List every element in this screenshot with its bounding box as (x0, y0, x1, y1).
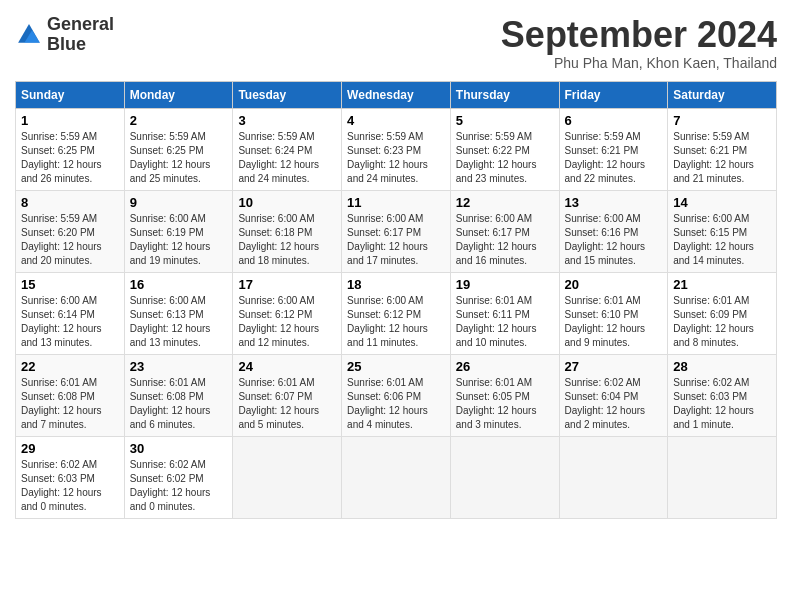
day-number: 25 (347, 359, 445, 374)
day-detail: Sunrise: 5:59 AMSunset: 6:20 PMDaylight:… (21, 212, 119, 268)
day-detail: Sunrise: 6:00 AMSunset: 6:17 PMDaylight:… (456, 212, 554, 268)
calendar-day-cell: 8Sunrise: 5:59 AMSunset: 6:20 PMDaylight… (16, 190, 125, 272)
calendar-day-cell: 21Sunrise: 6:01 AMSunset: 6:09 PMDayligh… (668, 272, 777, 354)
calendar-week-row: 1Sunrise: 5:59 AMSunset: 6:25 PMDaylight… (16, 108, 777, 190)
calendar-day-cell: 25Sunrise: 6:01 AMSunset: 6:06 PMDayligh… (342, 354, 451, 436)
day-detail: Sunrise: 6:01 AMSunset: 6:11 PMDaylight:… (456, 294, 554, 350)
calendar-header-row: SundayMondayTuesdayWednesdayThursdayFrid… (16, 81, 777, 108)
day-detail: Sunrise: 6:01 AMSunset: 6:06 PMDaylight:… (347, 376, 445, 432)
day-number: 11 (347, 195, 445, 210)
calendar-day-cell: 13Sunrise: 6:00 AMSunset: 6:16 PMDayligh… (559, 190, 668, 272)
calendar-day-cell: 4Sunrise: 5:59 AMSunset: 6:23 PMDaylight… (342, 108, 451, 190)
calendar-day-cell: 10Sunrise: 6:00 AMSunset: 6:18 PMDayligh… (233, 190, 342, 272)
calendar-table: SundayMondayTuesdayWednesdayThursdayFrid… (15, 81, 777, 519)
day-number: 6 (565, 113, 663, 128)
calendar-day-cell: 16Sunrise: 6:00 AMSunset: 6:13 PMDayligh… (124, 272, 233, 354)
calendar-day-cell: 12Sunrise: 6:00 AMSunset: 6:17 PMDayligh… (450, 190, 559, 272)
day-detail: Sunrise: 6:01 AMSunset: 6:07 PMDaylight:… (238, 376, 336, 432)
day-of-week-header: Tuesday (233, 81, 342, 108)
calendar-day-cell: 7Sunrise: 5:59 AMSunset: 6:21 PMDaylight… (668, 108, 777, 190)
logo: General Blue (15, 15, 114, 55)
calendar-day-cell (342, 436, 451, 518)
day-number: 30 (130, 441, 228, 456)
day-detail: Sunrise: 6:00 AMSunset: 6:19 PMDaylight:… (130, 212, 228, 268)
calendar-week-row: 29Sunrise: 6:02 AMSunset: 6:03 PMDayligh… (16, 436, 777, 518)
day-number: 8 (21, 195, 119, 210)
calendar-day-cell: 28Sunrise: 6:02 AMSunset: 6:03 PMDayligh… (668, 354, 777, 436)
calendar-day-cell: 1Sunrise: 5:59 AMSunset: 6:25 PMDaylight… (16, 108, 125, 190)
day-number: 18 (347, 277, 445, 292)
day-of-week-header: Thursday (450, 81, 559, 108)
day-detail: Sunrise: 6:00 AMSunset: 6:16 PMDaylight:… (565, 212, 663, 268)
logo-icon (15, 21, 43, 49)
calendar-day-cell (559, 436, 668, 518)
calendar-week-row: 22Sunrise: 6:01 AMSunset: 6:08 PMDayligh… (16, 354, 777, 436)
calendar-day-cell (668, 436, 777, 518)
day-of-week-header: Monday (124, 81, 233, 108)
calendar-day-cell: 2Sunrise: 5:59 AMSunset: 6:25 PMDaylight… (124, 108, 233, 190)
day-of-week-header: Saturday (668, 81, 777, 108)
day-number: 4 (347, 113, 445, 128)
day-number: 10 (238, 195, 336, 210)
day-detail: Sunrise: 6:02 AMSunset: 6:03 PMDaylight:… (21, 458, 119, 514)
day-number: 23 (130, 359, 228, 374)
calendar-day-cell: 22Sunrise: 6:01 AMSunset: 6:08 PMDayligh… (16, 354, 125, 436)
calendar-day-cell: 6Sunrise: 5:59 AMSunset: 6:21 PMDaylight… (559, 108, 668, 190)
day-number: 14 (673, 195, 771, 210)
day-number: 7 (673, 113, 771, 128)
day-detail: Sunrise: 6:00 AMSunset: 6:18 PMDaylight:… (238, 212, 336, 268)
day-number: 12 (456, 195, 554, 210)
day-detail: Sunrise: 6:00 AMSunset: 6:13 PMDaylight:… (130, 294, 228, 350)
calendar-day-cell: 23Sunrise: 6:01 AMSunset: 6:08 PMDayligh… (124, 354, 233, 436)
calendar-day-cell: 3Sunrise: 5:59 AMSunset: 6:24 PMDaylight… (233, 108, 342, 190)
day-detail: Sunrise: 6:01 AMSunset: 6:08 PMDaylight:… (130, 376, 228, 432)
calendar-day-cell: 24Sunrise: 6:01 AMSunset: 6:07 PMDayligh… (233, 354, 342, 436)
day-detail: Sunrise: 5:59 AMSunset: 6:25 PMDaylight:… (21, 130, 119, 186)
day-number: 3 (238, 113, 336, 128)
day-detail: Sunrise: 6:00 AMSunset: 6:14 PMDaylight:… (21, 294, 119, 350)
calendar-day-cell: 14Sunrise: 6:00 AMSunset: 6:15 PMDayligh… (668, 190, 777, 272)
calendar-day-cell: 29Sunrise: 6:02 AMSunset: 6:03 PMDayligh… (16, 436, 125, 518)
day-detail: Sunrise: 6:01 AMSunset: 6:10 PMDaylight:… (565, 294, 663, 350)
day-detail: Sunrise: 5:59 AMSunset: 6:23 PMDaylight:… (347, 130, 445, 186)
day-number: 5 (456, 113, 554, 128)
day-number: 21 (673, 277, 771, 292)
day-number: 20 (565, 277, 663, 292)
title-area: September 2024 Phu Pha Man, Khon Kaen, T… (501, 15, 777, 71)
day-detail: Sunrise: 6:02 AMSunset: 6:03 PMDaylight:… (673, 376, 771, 432)
day-number: 26 (456, 359, 554, 374)
calendar-day-cell: 20Sunrise: 6:01 AMSunset: 6:10 PMDayligh… (559, 272, 668, 354)
day-detail: Sunrise: 6:00 AMSunset: 6:12 PMDaylight:… (347, 294, 445, 350)
day-detail: Sunrise: 6:00 AMSunset: 6:17 PMDaylight:… (347, 212, 445, 268)
calendar-day-cell (233, 436, 342, 518)
day-number: 24 (238, 359, 336, 374)
day-detail: Sunrise: 5:59 AMSunset: 6:25 PMDaylight:… (130, 130, 228, 186)
logo-text: General Blue (47, 15, 114, 55)
day-detail: Sunrise: 6:01 AMSunset: 6:09 PMDaylight:… (673, 294, 771, 350)
calendar-day-cell: 15Sunrise: 6:00 AMSunset: 6:14 PMDayligh… (16, 272, 125, 354)
day-detail: Sunrise: 5:59 AMSunset: 6:22 PMDaylight:… (456, 130, 554, 186)
day-number: 15 (21, 277, 119, 292)
day-number: 1 (21, 113, 119, 128)
day-number: 17 (238, 277, 336, 292)
day-detail: Sunrise: 5:59 AMSunset: 6:21 PMDaylight:… (565, 130, 663, 186)
location: Phu Pha Man, Khon Kaen, Thailand (501, 55, 777, 71)
day-number: 27 (565, 359, 663, 374)
calendar-day-cell: 17Sunrise: 6:00 AMSunset: 6:12 PMDayligh… (233, 272, 342, 354)
page-header: General Blue September 2024 Phu Pha Man,… (15, 15, 777, 71)
day-number: 29 (21, 441, 119, 456)
day-number: 13 (565, 195, 663, 210)
day-number: 16 (130, 277, 228, 292)
calendar-day-cell: 11Sunrise: 6:00 AMSunset: 6:17 PMDayligh… (342, 190, 451, 272)
day-of-week-header: Sunday (16, 81, 125, 108)
day-detail: Sunrise: 5:59 AMSunset: 6:24 PMDaylight:… (238, 130, 336, 186)
calendar-day-cell: 9Sunrise: 6:00 AMSunset: 6:19 PMDaylight… (124, 190, 233, 272)
day-of-week-header: Wednesday (342, 81, 451, 108)
day-detail: Sunrise: 6:01 AMSunset: 6:08 PMDaylight:… (21, 376, 119, 432)
day-number: 19 (456, 277, 554, 292)
day-detail: Sunrise: 5:59 AMSunset: 6:21 PMDaylight:… (673, 130, 771, 186)
calendar-day-cell: 19Sunrise: 6:01 AMSunset: 6:11 PMDayligh… (450, 272, 559, 354)
calendar-day-cell (450, 436, 559, 518)
day-number: 22 (21, 359, 119, 374)
day-number: 28 (673, 359, 771, 374)
